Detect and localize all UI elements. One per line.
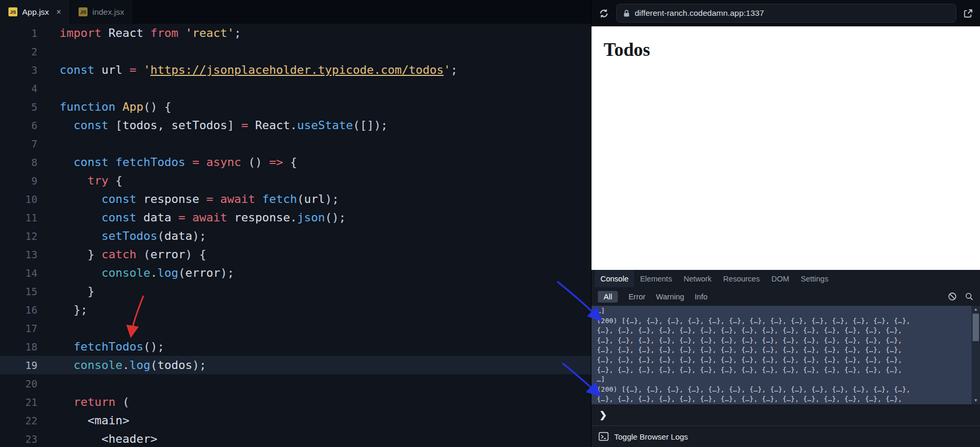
- console-log-row-0[interactable]: …]: [597, 306, 966, 316]
- code-token: (): [248, 156, 269, 169]
- editor-tab-app.jsx[interactable]: JSApp.jsx×: [0, 0, 70, 24]
- console-log-row-3[interactable]: {…}, {…}, {…}, {…}, {…}, {…}, {…}, {…}, …: [597, 336, 966, 346]
- console-input-row[interactable]: ❯: [591, 404, 980, 425]
- code-token: {: [115, 174, 122, 187]
- devtools-tab-network[interactable]: Network: [678, 270, 717, 287]
- code-line-18[interactable]: 18 fetchTodos();: [0, 337, 591, 356]
- code-token: () {: [143, 100, 171, 113]
- toggle-browser-logs-button[interactable]: Toggle Browser Logs: [591, 425, 980, 447]
- console-filter-warning[interactable]: Warning: [656, 293, 684, 301]
- code-line-14[interactable]: 14 console.log(error);: [0, 264, 591, 282]
- line-source: return (: [37, 395, 129, 409]
- devtools-tab-console[interactable]: Console: [595, 270, 634, 287]
- devtools-tab-elements[interactable]: Elements: [634, 270, 677, 287]
- code-line-2[interactable]: 2: [0, 42, 591, 61]
- code-token: }: [60, 285, 94, 298]
- line-source: try {: [37, 174, 122, 187]
- code-line-17[interactable]: 17: [0, 319, 591, 337]
- code-line-5[interactable]: 5function App() {: [0, 98, 591, 116]
- console-log-area[interactable]: …](200) [{…}, {…}, {…}, {…}, {…}, {…}, {…: [591, 306, 980, 404]
- line-source: const url = 'https://jsonplaceholder.typ…: [37, 63, 458, 76]
- code-line-7[interactable]: 7: [0, 134, 591, 153]
- code-token: React: [109, 26, 150, 40]
- line-number: 17: [0, 323, 37, 334]
- editor-tabbar: JSApp.jsx×JSindex.jsx: [0, 0, 591, 24]
- code-line-1[interactable]: 1import React from 'react';: [0, 24, 591, 42]
- code-area[interactable]: 1import React from 'react';23const url =…: [0, 24, 591, 447]
- line-source: const data = await response.json();: [37, 211, 346, 224]
- console-filter-all[interactable]: All: [598, 291, 618, 303]
- code-token: error: [150, 248, 185, 261]
- code-line-22[interactable]: 22 <main>: [0, 411, 591, 430]
- clear-console-icon[interactable]: [948, 292, 957, 301]
- code-token: response: [143, 192, 206, 206]
- code-line-4[interactable]: 4: [0, 79, 591, 98]
- code-token: );: [192, 229, 207, 242]
- tab-label: index.jsx: [92, 7, 124, 17]
- code-token: [60, 432, 101, 445]
- code-line-15[interactable]: 15 }: [0, 282, 591, 300]
- line-number: 8: [0, 157, 37, 168]
- console-log-row-6[interactable]: {…}, {…}, {…}, {…}, {…}, {…}, {…}, {…}, …: [597, 365, 966, 375]
- console-log-row-4[interactable]: {…}, {…}, {…}, {…}, {…}, {…}, {…}, {…}, …: [597, 345, 966, 355]
- code-token: url: [101, 63, 129, 76]
- code-line-19[interactable]: 19 console.log(todos);: [0, 356, 591, 374]
- console-scrollbar[interactable]: ▲ ▼: [972, 306, 980, 404]
- editor-tab-index.jsx[interactable]: JSindex.jsx: [70, 0, 133, 24]
- code-token: url: [304, 192, 325, 206]
- console-filter-error[interactable]: Error: [628, 293, 645, 301]
- search-icon[interactable]: [965, 292, 974, 301]
- code-line-16[interactable]: 16 };: [0, 300, 591, 319]
- code-token: log: [129, 358, 150, 372]
- scrollbar-thumb[interactable]: [973, 314, 979, 341]
- code-token: (: [157, 229, 164, 242]
- code-line-11[interactable]: 11 const data = await response.json();: [0, 208, 591, 227]
- code-token: ;: [451, 63, 458, 76]
- code-line-23[interactable]: 23 <header>: [0, 430, 591, 447]
- code-token: catch: [101, 248, 143, 261]
- code-token: console: [74, 358, 123, 372]
- line-source: const fetchTodos = async () => {: [37, 156, 297, 169]
- line-source: console.log(todos);: [37, 358, 206, 372]
- code-token: [60, 174, 88, 187]
- code-line-10[interactable]: 10 const response = await fetch(url);: [0, 190, 591, 208]
- console-log-row-1[interactable]: (200) [{…}, {…}, {…}, {…}, {…}, {…}, {…}…: [597, 316, 966, 326]
- devtools-tab-dom[interactable]: DOM: [765, 270, 795, 287]
- code-line-12[interactable]: 12 setTodos(data);: [0, 227, 591, 245]
- line-source: };: [37, 303, 88, 316]
- line-number: 4: [0, 83, 37, 94]
- console-log-row-8[interactable]: (200) [{…}, {…}, {…}, {…}, {…}, {…}, {…}…: [597, 385, 966, 395]
- console-log-row-9[interactable]: {…}, {…}, {…}, {…}, {…}, {…}, {…}, {…}, …: [597, 394, 966, 404]
- code-line-21[interactable]: 21 return (: [0, 393, 591, 411]
- devtools-tab-settings[interactable]: Settings: [795, 270, 834, 287]
- code-line-8[interactable]: 8 const fetchTodos = async () => {: [0, 153, 591, 171]
- preview-pane: different-ranch.codedamn.app:1337 Todos …: [591, 0, 980, 447]
- console-log-row-2[interactable]: {…}, {…}, {…}, {…}, {…}, {…}, {…}, {…}, …: [597, 326, 966, 336]
- tab-label: App.jsx: [22, 7, 49, 17]
- scroll-down-icon[interactable]: ▼: [972, 397, 980, 404]
- console-log-row-7[interactable]: …]: [597, 375, 966, 385]
- browser-viewport: Todos: [591, 26, 980, 270]
- line-number: 16: [0, 304, 37, 316]
- code-token: https://jsonplaceholder.typicode.com/tod…: [150, 63, 443, 76]
- code-token: fetchTodos: [74, 340, 143, 353]
- line-number: 13: [0, 249, 37, 260]
- url-bar[interactable]: different-ranch.codedamn.app:1337: [616, 4, 956, 23]
- refresh-icon[interactable]: [598, 8, 609, 19]
- code-line-13[interactable]: 13 } catch (error) {: [0, 245, 591, 264]
- line-source: <header>: [37, 432, 157, 445]
- code-token: fetchTodos: [115, 156, 185, 169]
- console-filter-info[interactable]: Info: [695, 293, 707, 301]
- console-log-row-5[interactable]: {…}, {…}, {…}, {…}, {…}, {…}, {…}, {…}, …: [597, 355, 966, 365]
- code-token: [60, 358, 74, 372]
- devtools-tab-resources[interactable]: Resources: [717, 270, 765, 287]
- scroll-up-icon[interactable]: ▲: [972, 306, 980, 313]
- code-token: (: [150, 358, 157, 372]
- code-line-20[interactable]: 20: [0, 374, 591, 393]
- code-line-3[interactable]: 3const url = 'https://jsonplaceholder.ty…: [0, 61, 591, 79]
- tab-close-icon[interactable]: ×: [56, 8, 61, 16]
- open-external-icon[interactable]: [963, 8, 973, 18]
- code-line-6[interactable]: 6 const [todos, setTodos] = React.useSta…: [0, 116, 591, 134]
- code-line-9[interactable]: 9 try {: [0, 171, 591, 190]
- line-source: fetchTodos();: [37, 340, 164, 353]
